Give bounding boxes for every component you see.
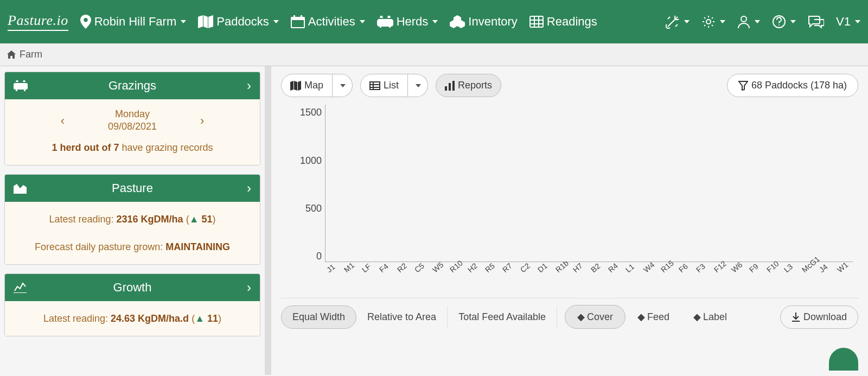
view-list-dropdown[interactable] [408, 74, 428, 97]
next-day-button[interactable]: › [200, 110, 204, 132]
nav-readings-label: Readings [547, 15, 597, 29]
svg-rect-14 [449, 83, 451, 91]
svg-rect-0 [530, 16, 543, 27]
opt-total-feed[interactable]: Total Feed Available [448, 306, 557, 328]
summary-sidebar: Grazings › ‹ Monday 09/08/2021 › 1 herd … [0, 66, 271, 375]
chevron-right-icon: › [247, 181, 251, 196]
nav-account[interactable] [737, 15, 760, 29]
area-chart-icon [14, 183, 27, 194]
chevron-down-icon [273, 20, 279, 23]
chevron-down-icon [684, 20, 690, 23]
y-tick: 1500 [292, 107, 322, 118]
growth-latest-label: Latest reading: [43, 313, 111, 324]
brand-logo: Pasture.io [8, 12, 68, 31]
svg-rect-9 [370, 82, 380, 90]
cover-chart: 050010001500 J1M1LFF4R2C5W5R10H2R5R7C2D1… [295, 105, 858, 284]
line-chart-icon [14, 282, 27, 293]
card-pasture-title: Pasture [14, 181, 251, 195]
table-icon [529, 16, 544, 28]
nav-herds-label: Herds [397, 15, 429, 29]
calendar-icon [291, 15, 305, 28]
view-reports-button[interactable]: Reports [436, 74, 501, 97]
chevron-right-icon: › [247, 280, 251, 295]
sort-feed[interactable]: ◆Feed [626, 305, 681, 328]
pasture-forecast-value: MAINTAINING [165, 241, 230, 252]
chevron-right-icon: › [247, 78, 251, 93]
growth-latest-value: 24.63 KgDM/ha.d [111, 313, 189, 324]
bar-chart-icon [445, 81, 455, 91]
nav-settings[interactable] [701, 15, 725, 29]
opt-relative-area[interactable]: Relative to Area [356, 306, 448, 328]
chevron-down-icon [790, 20, 796, 23]
nav-tools[interactable] [666, 15, 690, 29]
nav-herds[interactable]: Herds [377, 15, 438, 29]
breadcrumb-farm[interactable]: Farm [20, 49, 42, 60]
grazings-date: 09/08/2021 [108, 120, 157, 133]
top-navbar: Pasture.io Robin Hill Farm Paddocks Acti… [0, 0, 868, 43]
sort-icon: ◆ [577, 311, 585, 323]
growth-latest-delta: 11 [207, 313, 218, 324]
nav-farm-label: Robin Hill Farm [94, 15, 177, 29]
download-label: Download [803, 311, 847, 323]
grazings-herd-count: 1 herd out of 7 [52, 142, 119, 153]
grazings-herd-suffix: have grazing records [119, 142, 213, 153]
download-button[interactable]: Download [780, 305, 858, 329]
location-pin-icon [80, 15, 91, 29]
list-icon [369, 81, 380, 90]
nav-paddocks[interactable]: Paddocks [198, 15, 279, 29]
nav-farm-selector[interactable]: Robin Hill Farm [80, 15, 187, 29]
svg-point-6 [741, 16, 746, 22]
gear-icon [701, 15, 716, 29]
view-list-label: List [384, 80, 399, 91]
paddock-filter-label: 68 Paddocks (178 ha) [751, 80, 847, 91]
arrow-up-icon: ▲ [189, 211, 199, 228]
sort-cover[interactable]: ◆Cover [565, 305, 626, 329]
sort-icon: ◆ [637, 311, 645, 323]
card-pasture-header[interactable]: Pasture › [5, 175, 260, 202]
nav-version[interactable]: V1 [836, 15, 860, 29]
svg-point-8 [778, 24, 780, 26]
nav-activities[interactable]: Activities [291, 15, 365, 29]
chat-icon [808, 15, 824, 28]
view-map-button[interactable]: Map [281, 74, 333, 97]
svg-rect-15 [452, 81, 455, 91]
nav-help[interactable] [772, 15, 796, 29]
card-grazings-title: Grazings [14, 79, 251, 93]
view-map-dropdown[interactable] [333, 74, 353, 97]
prev-day-button[interactable]: ‹ [61, 110, 65, 132]
svg-rect-13 [445, 86, 447, 91]
pasture-latest-label: Latest reading: [49, 214, 116, 225]
nav-readings[interactable]: Readings [529, 15, 597, 29]
chevron-down-icon [855, 20, 860, 23]
chevron-down-icon [720, 20, 725, 23]
y-tick: 1000 [292, 155, 322, 166]
card-growth-header[interactable]: Growth › [5, 274, 260, 301]
download-icon [792, 312, 800, 322]
breadcrumb: Farm [0, 43, 868, 66]
map-icon [290, 81, 301, 91]
nav-activities-label: Activities [308, 15, 355, 29]
card-growth-title: Growth [14, 281, 251, 295]
grazings-day: Monday [108, 108, 157, 120]
main-panel: Map List Reports 68 Paddocks [271, 66, 868, 375]
user-icon [737, 15, 750, 29]
svg-point-5 [706, 20, 711, 24]
card-grazings: Grazings › ‹ Monday 09/08/2021 › 1 herd … [4, 72, 260, 165]
chevron-down-icon [181, 20, 186, 23]
view-reports-label: Reports [458, 80, 492, 91]
chart-options-bar: Equal Width Relative to Area Total Feed … [281, 298, 858, 329]
opt-equal-width[interactable]: Equal Width [281, 305, 356, 329]
view-toolbar: Map List Reports 68 Paddocks [281, 74, 858, 97]
sort-icon: ◆ [693, 311, 701, 323]
filter-icon [738, 81, 748, 91]
nav-inventory[interactable]: Inventory [450, 15, 518, 29]
y-tick: 500 [292, 202, 322, 214]
nav-paddocks-label: Paddocks [216, 15, 269, 29]
boxes-icon [450, 15, 465, 28]
sort-label[interactable]: ◆Label [681, 305, 739, 328]
nav-chat[interactable] [808, 15, 824, 28]
paddock-filter[interactable]: 68 Paddocks (178 ha) [727, 74, 858, 97]
card-grazings-header[interactable]: Grazings › [5, 72, 260, 99]
nav-inventory-label: Inventory [468, 15, 518, 29]
view-list-button[interactable]: List [360, 74, 408, 97]
